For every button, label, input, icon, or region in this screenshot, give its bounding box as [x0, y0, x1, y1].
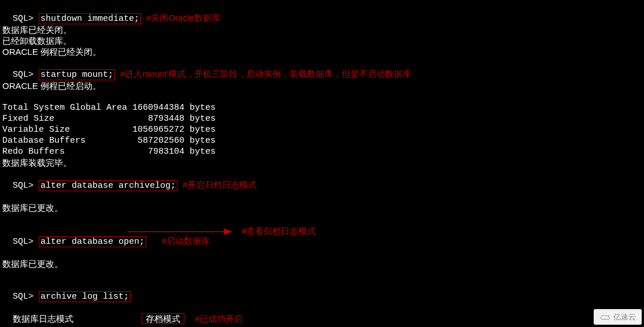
line-cmd1: SQL> shutdown immediate; #关闭Oracle数据库 [2, 1, 642, 24]
cmd-open: alter database open; [39, 236, 146, 247]
sql-prompt: SQL> [13, 292, 39, 302]
cloud-icon [599, 313, 611, 321]
line-cmd3: SQL> alter database archivelog; #开启归档日志模… [2, 168, 642, 191]
out-db-closed: 数据库已经关闭。 [2, 24, 642, 35]
cmd-shutdown: shutdown immediate; [39, 13, 141, 24]
sql-prompt: SQL> [13, 181, 39, 191]
sga-variable: Variable Size 1056965272 bytes [2, 124, 642, 135]
sga-fixed: Fixed Size 8793448 bytes [2, 113, 642, 124]
svg-point-1 [608, 315, 609, 316]
label-logmode: 数据库日志模式 [13, 314, 73, 324]
annot-shutdown: #关闭Oracle数据库 [146, 13, 220, 23]
spacer [2, 247, 642, 258]
sql-prompt: SQL> [13, 237, 39, 247]
spacer [2, 213, 642, 224]
annot-open: #启动数据库 [162, 236, 210, 246]
sga-dbbuffers: Database Buffers 587202560 bytes [2, 135, 642, 146]
out-instance-closed: ORACLE 例程已经关闭。 [2, 46, 642, 57]
sql-prompt: SQL> [13, 70, 39, 80]
cmd-archive-list: archive log list; [39, 291, 131, 302]
sql-prompt: SQL> [13, 14, 39, 24]
annot-archivelog: #开启归档日志模式 [183, 180, 257, 189]
watermark: 亿速云 [594, 309, 642, 325]
sga-redo: Redo Buffers 7983104 bytes [2, 146, 642, 157]
cmd-startup-mount: startup mount; [39, 69, 115, 80]
line-cmd5: SQL> archive log list; [2, 280, 642, 302]
annot-check-archive: #查看归档日志模式 [242, 225, 316, 236]
annot-success: #已成功开启 [195, 314, 243, 324]
line-cmd2: SQL> startup mount; #进入mount'模式，开机三阶段，启动… [2, 57, 642, 80]
spacer [2, 91, 642, 102]
sga-total: Total System Global Area 1660944384 byte… [2, 102, 642, 113]
value-archive-mode: 存档模式 [142, 313, 184, 324]
line-cmd4: SQL> alter database open; #启动数据库 [2, 224, 642, 247]
line-logmode: 数据库日志模式存档模式 #已成功开启 [2, 302, 642, 325]
spacer [2, 269, 642, 280]
out-db-mounted: 数据库装载完毕。 [2, 157, 642, 168]
annot-mount: #进入mount'模式，开机三阶段，启动实例，装载数据库，但是不启动数据库 [120, 69, 411, 79]
watermark-text: 亿速云 [613, 311, 636, 322]
out-instance-started: ORACLE 例程已经启动。 [2, 80, 642, 91]
out-db-altered1: 数据库已更改。 [2, 202, 642, 213]
out-db-dismounted: 已经卸载数据库。 [2, 35, 642, 46]
cmd-archivelog: alter database archivelog; [39, 180, 177, 191]
out-db-altered2: 数据库已更改。 [2, 258, 642, 269]
spacer [2, 191, 642, 202]
